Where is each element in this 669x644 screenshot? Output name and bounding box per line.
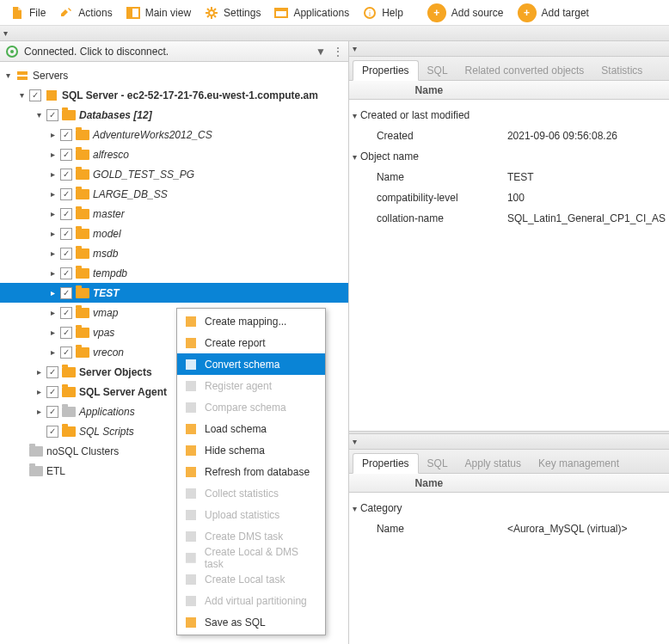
ctx-convert-schema[interactable]: Convert schema (177, 353, 325, 375)
menu-settings[interactable]: Settings (199, 3, 266, 23)
tree-sqlserver[interactable]: SQL Server - ec2-52-17-21-76.eu-west-1.c… (0, 85, 348, 105)
checkbox[interactable] (60, 327, 72, 339)
tree-db-large_db_ss[interactable]: LARGE_DB_SS (0, 184, 348, 204)
svg-rect-23 (186, 553, 196, 563)
menu-file[interactable]: File (5, 3, 51, 23)
connection-status-text[interactable]: Connected. Click to disconnect. (24, 46, 169, 58)
svg-rect-15 (186, 381, 196, 391)
options-icon[interactable]: ⋮ (333, 46, 343, 58)
ctx-create-report[interactable]: Create report (177, 332, 325, 353)
checkbox[interactable] (29, 89, 41, 101)
checkbox[interactable] (60, 169, 72, 181)
expand-icon[interactable] (48, 268, 57, 278)
tree-db-test[interactable]: TEST (0, 283, 348, 303)
tab-sql[interactable]: SQL (419, 61, 457, 80)
expand-icon[interactable] (48, 169, 57, 179)
checkbox[interactable] (46, 406, 58, 418)
ctx-save-as-sql[interactable]: Save as SQL (177, 611, 325, 633)
ctx-add-virtual-partitioning: Add virtual partitioning (177, 590, 325, 611)
expand-icon[interactable] (3, 71, 12, 80)
tab-statistics[interactable]: Statistics (592, 61, 651, 80)
expand-icon[interactable] (34, 367, 43, 377)
menu-help[interactable]: i Help (358, 3, 408, 23)
tree-label: Servers (33, 70, 68, 82)
tab-sql[interactable]: SQL (419, 454, 457, 473)
tab-key-management[interactable]: Key management (530, 454, 628, 473)
expand-icon[interactable] (48, 308, 57, 317)
checkbox[interactable] (60, 208, 72, 220)
checkbox[interactable] (46, 366, 58, 378)
expand-icon[interactable] (48, 347, 57, 357)
svg-rect-1 (127, 8, 132, 18)
filter-icon[interactable]: ▼ (316, 46, 326, 58)
folder-icon (76, 308, 89, 318)
checkbox[interactable] (60, 149, 72, 161)
expand-icon[interactable] (48, 248, 57, 258)
tree-label: SQL Server - ec2-52-17-21-76.eu-west-1.c… (62, 89, 318, 101)
expand-icon[interactable] (34, 110, 43, 120)
group-created[interactable]: ▾Created or last modified (353, 105, 666, 126)
tab-properties[interactable]: Properties (353, 60, 419, 81)
add-source-button[interactable]: + Add source (422, 0, 509, 26)
ctx-label: Compare schema (205, 402, 286, 414)
svg-text:i: i (369, 9, 371, 18)
folder-icon (76, 229, 89, 239)
tab-apply-status[interactable]: Apply status (457, 454, 530, 473)
tree-db-model[interactable]: model (0, 224, 348, 243)
checkbox[interactable] (60, 347, 72, 359)
tree-label: LARGE_DB_SS (93, 188, 168, 200)
top-grid-header: Name (349, 81, 669, 100)
expand-icon[interactable] (48, 150, 57, 159)
expand-icon[interactable] (17, 90, 26, 100)
expand-icon[interactable] (34, 407, 43, 416)
tree-db-gold_test_ss_pg[interactable]: GOLD_TEST_SS_PG (0, 164, 348, 184)
tree-db-alfresco[interactable]: alfresco (0, 144, 348, 164)
expand-icon[interactable] (48, 130, 57, 139)
tree-servers[interactable]: Servers (0, 65, 348, 85)
menu-actions[interactable]: Actions (54, 3, 117, 23)
right-bottom-collapse[interactable]: ▾ (349, 434, 669, 450)
help-icon: i (363, 6, 377, 20)
checkbox[interactable] (60, 228, 72, 240)
expand-icon[interactable] (34, 387, 43, 396)
tree-label: tempdb (93, 267, 127, 279)
tree-databases-group[interactable]: Databases [12] (0, 105, 348, 125)
tree-db-tempdb[interactable]: tempdb (0, 263, 348, 283)
checkbox[interactable] (46, 386, 58, 398)
expand-icon[interactable] (48, 229, 57, 238)
expand-icon[interactable] (48, 209, 57, 218)
group-category[interactable]: ▾Category (353, 498, 666, 518)
tree-db-msdb[interactable]: msdb (0, 243, 348, 263)
checkbox[interactable] (60, 287, 72, 299)
ctx-refresh-from-database[interactable]: Refresh from database (177, 461, 325, 482)
svg-rect-11 (46, 90, 57, 101)
checkbox[interactable] (60, 248, 72, 260)
ctx-create-mapping[interactable]: Create mapping... (177, 310, 325, 332)
group-object-name[interactable]: ▾Object name (353, 146, 666, 167)
ctx-hide-schema[interactable]: Hide schema (177, 439, 325, 461)
tab-related[interactable]: Related converted objects (457, 61, 593, 80)
ctx-create-local-dms-task: Create Local & DMS task (177, 547, 325, 568)
tree-db-adventureworks2012_cs[interactable]: AdventureWorks2012_CS (0, 125, 348, 144)
checkbox[interactable] (60, 188, 72, 200)
menu-applications[interactable]: Applications (269, 3, 354, 23)
right-top-collapse[interactable]: ▾ (349, 41, 669, 57)
tree-db-master[interactable]: master (0, 204, 348, 224)
checkbox[interactable] (60, 307, 72, 319)
checkbox[interactable] (60, 129, 72, 141)
expand-icon[interactable] (48, 189, 57, 199)
checkbox[interactable] (46, 426, 58, 438)
ctx-label: Refresh from database (205, 466, 310, 478)
add-target-button[interactable]: + Add target (512, 0, 594, 26)
expand-icon[interactable] (48, 328, 57, 337)
ctx-load-schema[interactable]: Load schema (177, 418, 325, 439)
bottom-grid-header: Name (349, 474, 669, 493)
checkbox[interactable] (46, 109, 58, 121)
checkbox[interactable] (60, 267, 72, 279)
tab-properties[interactable]: Properties (353, 453, 419, 474)
menu-main-view[interactable]: Main view (121, 3, 196, 23)
svg-rect-24 (186, 574, 196, 585)
top-collapse-bar[interactable]: ▾ (0, 26, 669, 41)
expand-icon[interactable] (48, 288, 57, 297)
folder-icon (76, 209, 89, 219)
